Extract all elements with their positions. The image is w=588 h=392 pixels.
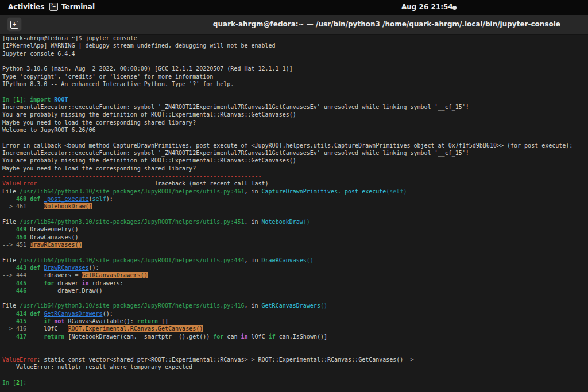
activities-button[interactable]: Activities	[8, 3, 44, 11]
terminal-line: [quark-ahrgm@fedora ~]$ jupyter console	[2, 34, 586, 42]
terminal-line: Welcome to JupyROOT 6.26/06	[2, 126, 586, 134]
terminal-line: 450 DrawCanvases()	[2, 234, 586, 241]
terminal-line: --> 461 NotebookDraw()	[2, 203, 586, 210]
terminal-line	[2, 134, 586, 141]
terminal-line: You are probably missing the definition …	[2, 157, 586, 164]
terminal-line: 460 def _post_execute(self):	[2, 195, 586, 203]
terminal-line: Python 3.10.6 (main, Aug 2 2022, 00:00:0…	[2, 65, 586, 72]
terminal-line: IncrementalExecutor::executeFunction: sy…	[2, 103, 586, 111]
terminal-line: IPython 8.3.0 -- An enhanced Interactive…	[2, 80, 586, 88]
terminal-line: 449 DrawGeometry()	[2, 226, 586, 233]
terminal-line: ValueError: static const vector<shared_p…	[2, 356, 586, 363]
terminal-line	[2, 211, 586, 218]
terminal-line: ValueError: nullptr result where tempora…	[2, 363, 586, 371]
terminal-line: File /usr/lib64/python3.10/site-packages…	[2, 302, 586, 309]
terminal-line	[2, 340, 586, 348]
terminal-line	[2, 371, 586, 378]
terminal-line: --> 444 rdrawers = GetRCanvasDrawers()	[2, 271, 586, 279]
terminal-line: 415 if not RCanvasAvailable(): return []	[2, 317, 586, 325]
terminal-line: --> 451 DrawRCanvases()	[2, 241, 586, 249]
terminal-line: ValueError Traceback (most recent call l…	[2, 180, 586, 187]
terminal-line	[2, 88, 586, 95]
terminal-line: IncrementalExecutor::executeFunction: sy…	[2, 149, 586, 157]
terminal-line: 443 def DrawRCanvases():	[2, 264, 586, 271]
terminal-line: --> 416 lOfC = ROOT.Experimental.RCanvas…	[2, 325, 586, 332]
terminal-line: Jupyter console 6.4.4	[2, 50, 586, 57]
terminal-line: 414 def GetRCanvasDrawers():	[2, 310, 586, 317]
clock[interactable]: Aug 26 21:54	[401, 3, 453, 11]
terminal-line: 446 drawer.Draw()	[2, 287, 586, 294]
terminal-line: In [1]: import ROOT	[2, 96, 586, 103]
terminal-line: File /usr/lib64/python3.10/site-packages…	[2, 188, 586, 195]
terminal-line: You are probably missing the definition …	[2, 111, 586, 118]
terminal-line: In [2]:	[2, 379, 586, 386]
terminal-line: File /usr/lib64/python3.10/site-packages…	[2, 218, 586, 226]
terminal-line	[2, 294, 586, 302]
app-menu-terminal[interactable]: Terminal	[49, 3, 95, 11]
terminal-line	[2, 57, 586, 65]
terminal-line: 417 return [NotebookDrawer(can.__smartpt…	[2, 333, 586, 340]
terminal-line: Maybe you need to load the corresponding…	[2, 165, 586, 172]
terminal-line: [IPKernelApp] WARNING | debugpy_stream u…	[2, 42, 586, 49]
terminal-line: ----------------------------------------…	[2, 172, 586, 180]
terminal-line: 445 for drawer in rdrawers:	[2, 280, 586, 287]
terminal-line: Error in callback <bound method CaptureD…	[2, 142, 586, 149]
new-tab-button[interactable]	[7, 17, 22, 32]
terminal-line: Maybe you need to load the corresponding…	[2, 119, 586, 126]
terminal-line	[2, 249, 586, 256]
terminal-line	[2, 348, 586, 355]
terminal-output[interactable]: [quark-ahrgm@fedora ~]$ jupyter console[…	[2, 34, 586, 390]
app-menu-label: Terminal	[61, 3, 95, 11]
plus-icon	[10, 21, 18, 29]
terminal-line: File /usr/lib64/python3.10/site-packages…	[2, 257, 586, 264]
terminal-line: Type 'copyright', 'credits' or 'license'…	[2, 73, 586, 80]
window-title: quark-ahrgm@fedora:~ — /usr/bin/python3 …	[213, 20, 560, 28]
top-bar: Activities Terminal Aug 26 21:54	[0, 0, 588, 15]
terminal-headerbar: quark-ahrgm@fedora:~ — /usr/bin/python3 …	[0, 15, 588, 35]
notification-dot-icon	[452, 6, 457, 10]
terminal-icon	[49, 3, 58, 11]
